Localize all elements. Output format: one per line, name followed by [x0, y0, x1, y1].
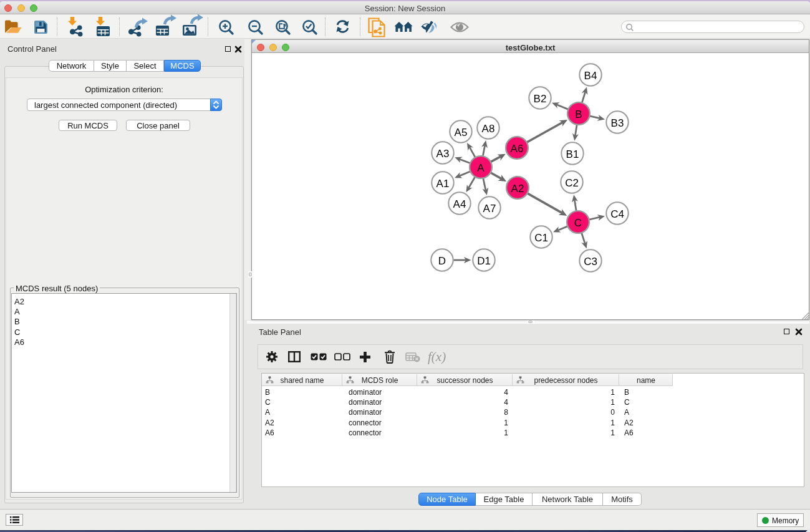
- svg-text:D: D: [438, 255, 446, 267]
- svg-text:A: A: [477, 162, 485, 174]
- svg-text:C1: C1: [534, 232, 548, 244]
- svg-text:C2: C2: [565, 177, 579, 189]
- svg-text:C4: C4: [610, 208, 624, 220]
- svg-text:A3: A3: [436, 148, 450, 160]
- svg-text:A5: A5: [455, 127, 468, 138]
- svg-text:A4: A4: [453, 198, 466, 210]
- svg-text:A8: A8: [482, 123, 495, 135]
- svg-text:D1: D1: [477, 255, 491, 267]
- svg-text:C3: C3: [584, 256, 597, 268]
- svg-text:A7: A7: [483, 203, 496, 215]
- svg-text:B1: B1: [566, 148, 579, 160]
- svg-text:A1: A1: [436, 178, 450, 190]
- svg-text:A2: A2: [511, 183, 524, 195]
- svg-text:B3: B3: [611, 117, 624, 129]
- svg-text:B2: B2: [534, 93, 547, 105]
- svg-text:B4: B4: [584, 70, 597, 82]
- svg-text:A6: A6: [511, 143, 524, 155]
- svg-text:C: C: [574, 217, 582, 229]
- svg-text:B: B: [575, 109, 582, 120]
